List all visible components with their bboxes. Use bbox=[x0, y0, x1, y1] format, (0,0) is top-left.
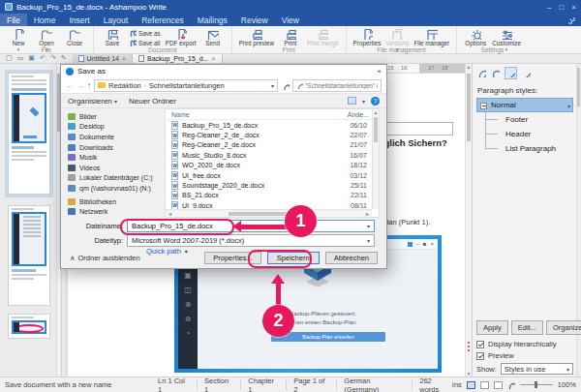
view-options-icon[interactable] bbox=[348, 97, 356, 105]
zoom-level[interactable]: 100% bbox=[558, 380, 576, 389]
close-icon[interactable]: × bbox=[571, 3, 576, 12]
format-paint-icon[interactable]: ✎ bbox=[61, 54, 67, 62]
back-icon[interactable]: ← bbox=[66, 81, 74, 90]
new-folder-button[interactable]: Neuer Ordner bbox=[129, 97, 176, 106]
file-row[interactable]: Backup_Pro_15_de.docx06/10 bbox=[166, 120, 379, 130]
nav-item-network-drive-n[interactable]: qm (\\ashorvnas01) (N:) bbox=[68, 183, 160, 194]
tab-home[interactable]: Home bbox=[27, 14, 63, 26]
abbrechen-button[interactable]: Abbrechen bbox=[325, 252, 378, 264]
file-row[interactable]: Reg-Cleaner_2_de_.docx22/07 bbox=[166, 130, 379, 139]
file-manager-button[interactable]: File manager bbox=[413, 28, 449, 47]
show-styles-select[interactable]: Styles in use▾ bbox=[501, 363, 573, 375]
checkbox-checked-icon[interactable] bbox=[476, 341, 484, 348]
refresh-icon[interactable] bbox=[281, 81, 290, 90]
nav-item-libraries[interactable]: Bibliotheken bbox=[68, 196, 160, 207]
file-list-scrollbar[interactable]: ▲ bbox=[372, 109, 379, 209]
character-styles-mode-icon[interactable] bbox=[522, 69, 531, 77]
scrollbar-thumb[interactable] bbox=[467, 74, 471, 141]
save-all-button[interactable]: Save all bbox=[129, 39, 161, 46]
zoom-slider[interactable] bbox=[520, 384, 553, 385]
edit-style-button[interactable]: Edit... bbox=[511, 320, 543, 335]
style-search-icon[interactable] bbox=[491, 69, 500, 77]
forward-icon[interactable]: → bbox=[76, 81, 84, 90]
properties-button[interactable]: Properties bbox=[353, 28, 382, 47]
doc-tab-untitled[interactable]: Untitled 14 × bbox=[73, 53, 134, 63]
preview-checkbox[interactable]: Preview bbox=[476, 351, 573, 360]
new-doc-icon[interactable]: ▢ bbox=[6, 54, 13, 62]
nav-item-videos[interactable]: Videos bbox=[68, 163, 160, 173]
scroll-left-icon[interactable]: ◄ bbox=[168, 211, 172, 217]
document-scrollbar[interactable]: ▲ ▼ bbox=[465, 64, 472, 377]
search-input[interactable] bbox=[305, 82, 378, 89]
insert-mode-indicator[interactable]: Ins bbox=[452, 380, 462, 389]
nav-item-network[interactable]: Netzwerk bbox=[68, 206, 160, 217]
status-word-count[interactable]: 262 words bbox=[419, 377, 452, 392]
file-row[interactable]: BS_21.docx22/11 bbox=[166, 191, 379, 200]
ribbon-settings-icon[interactable] bbox=[566, 15, 575, 24]
scroll-right-icon[interactable]: ► bbox=[365, 211, 370, 217]
address-bar[interactable]: Redaktion › Schnellstartanleitungen ▾ bbox=[94, 79, 278, 92]
tab-references[interactable]: References bbox=[135, 14, 190, 26]
hide-folders-button[interactable]: ∧ Ordner ausblenden bbox=[70, 254, 140, 262]
up-icon[interactable]: ↑ bbox=[87, 81, 91, 90]
status-language[interactable]: German (Germany) bbox=[344, 377, 405, 392]
quick-save-icon[interactable]: ▣ bbox=[28, 54, 35, 62]
style-dropdown-icon[interactable]: ▾ bbox=[567, 103, 570, 109]
paragraph-styles-mode-icon[interactable] bbox=[505, 67, 517, 79]
tab-insert[interactable]: Insert bbox=[62, 14, 96, 26]
nav-item-desktop[interactable]: Desktop bbox=[68, 122, 160, 133]
web-layout-view-icon[interactable] bbox=[480, 381, 489, 389]
clear-formatting-icon[interactable] bbox=[477, 69, 486, 77]
close-document-button[interactable]: Close bbox=[63, 28, 86, 47]
tab-review[interactable]: Review bbox=[234, 14, 275, 26]
zoom-slider-thumb[interactable] bbox=[535, 381, 537, 388]
pdf-export-button[interactable]: PDF export bbox=[166, 28, 197, 47]
file-list-header[interactable]: Name Ände... bbox=[166, 109, 379, 120]
file-row[interactable]: Reg-Cleaner_2_de.docx21/07 bbox=[166, 140, 379, 150]
send-button[interactable]: Send bbox=[201, 28, 225, 47]
print-preview-button[interactable]: Print preview bbox=[239, 28, 274, 47]
tab-view[interactable]: View bbox=[275, 14, 306, 26]
nav-item-documents[interactable]: Dokumente bbox=[68, 132, 160, 142]
nav-item-downloads[interactable]: Downloads bbox=[68, 142, 160, 153]
zoom-icon[interactable] bbox=[507, 381, 515, 389]
save-as-button[interactable]: Save as bbox=[129, 29, 161, 37]
draft-view-icon[interactable] bbox=[494, 381, 503, 389]
address-dropdown-icon[interactable]: ▾ bbox=[271, 82, 274, 89]
nav-item-music[interactable]: Musik bbox=[68, 152, 160, 163]
undo-icon[interactable]: ↶ bbox=[40, 54, 46, 62]
tab-mailings[interactable]: Mailings bbox=[191, 14, 234, 26]
nav-item-pictures[interactable]: Bilder bbox=[68, 111, 160, 122]
print-layout-view-icon[interactable] bbox=[467, 381, 475, 389]
nav-item-local-disk-c[interactable]: Lokaler Datenträger (C:) bbox=[68, 173, 160, 184]
maximize-icon[interactable]: □ bbox=[559, 3, 564, 12]
tab-close-icon[interactable]: × bbox=[212, 55, 216, 62]
thumbnail-page-2[interactable] bbox=[8, 205, 50, 306]
file-row[interactable]: Soundstage_2020_de.docx25/11 bbox=[166, 180, 379, 190]
thumbnail-page-1[interactable] bbox=[5, 70, 53, 197]
file-row[interactable]: UI_free.docx03/12 bbox=[166, 170, 379, 180]
tab-layout[interactable]: Layout bbox=[97, 14, 136, 26]
options-button[interactable]: Options bbox=[464, 28, 487, 47]
display-hierarchically-checkbox[interactable]: Display hierarchically bbox=[476, 340, 573, 348]
filename-dropdown-icon[interactable]: ▾ bbox=[367, 223, 370, 229]
file-list-hscrollbar[interactable]: ◄► bbox=[166, 209, 372, 217]
open-doc-icon[interactable]: ▭ bbox=[17, 54, 24, 62]
organize-styles-button[interactable]: Organize▾ bbox=[546, 320, 581, 335]
dialog-close-icon[interactable]: × bbox=[377, 67, 382, 75]
status-page[interactable]: Page 1 of 2 bbox=[293, 377, 329, 392]
search-box[interactable] bbox=[292, 79, 382, 92]
thumbnail-page-3[interactable] bbox=[8, 314, 50, 339]
organize-menu-button[interactable]: Organisieren ▾ bbox=[68, 97, 117, 106]
tab-close-icon[interactable]: × bbox=[122, 55, 126, 62]
view-options-dropdown-icon[interactable]: ▾ bbox=[362, 98, 365, 105]
tab-file[interactable]: File bbox=[0, 14, 27, 26]
help-icon[interactable]: ? bbox=[371, 97, 380, 106]
save-button[interactable]: Save bbox=[101, 28, 124, 47]
filetype-select[interactable]: Microsoft Word 2007-2019 (*.docx) ▾ bbox=[127, 234, 375, 247]
checkbox-checked-icon[interactable] bbox=[476, 352, 484, 360]
file-row[interactable]: Music_Studio_8.docx16/07 bbox=[166, 150, 379, 160]
apply-style-button[interactable]: Apply bbox=[476, 320, 508, 335]
style-item-list-paragraph[interactable]: List Paragraph bbox=[476, 141, 573, 156]
file-row[interactable]: WO_2020_de.docx18/12 bbox=[166, 161, 379, 170]
